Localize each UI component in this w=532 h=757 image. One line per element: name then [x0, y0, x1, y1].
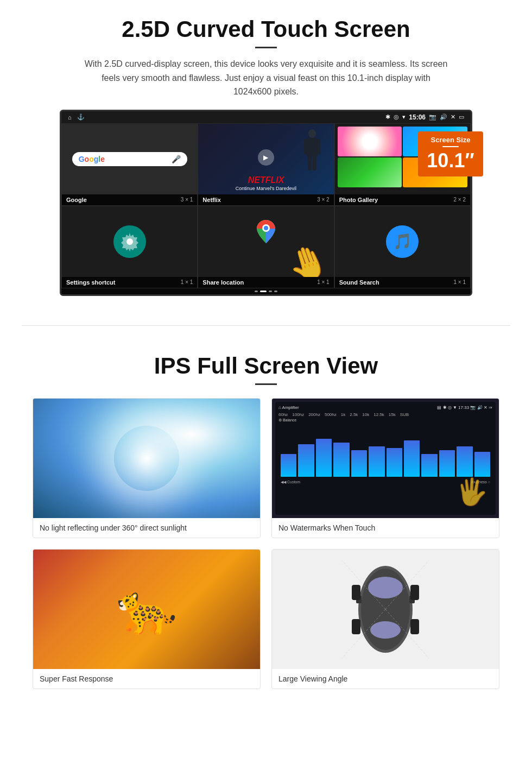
amp-labels: 60hz100hz200hz500hz1k2.5k10k12.5k15kSUB	[278, 412, 492, 417]
sunlight-image	[33, 399, 260, 518]
svg-rect-18	[352, 619, 360, 634]
volume-icon: 🔊	[440, 113, 447, 121]
status-bar: ⌂ ⚓ ✱ ◎ ▾ 15:06 📷 🔊 ✕ ▭	[61, 111, 471, 123]
usb-icon: ⚓	[77, 113, 85, 121]
cheetah-caption: Super Fast Response	[33, 669, 260, 689]
section1-title: 2.5D Curved Touch Screen	[33, 16, 499, 42]
amp-home: ⌂ Amplifier	[278, 405, 299, 410]
amp-bar-item[interactable]	[474, 452, 490, 477]
daredevil-figure	[301, 129, 323, 173]
section2-divider	[255, 383, 277, 385]
sunlight-flare	[114, 426, 179, 491]
sound-app-size: 1 × 1	[453, 279, 466, 285]
share-content: 🤚	[198, 206, 333, 277]
location-icon: ◎	[394, 113, 399, 121]
hand-pointing: 🤚	[282, 238, 334, 277]
google-label: Google 3 × 1	[62, 194, 197, 205]
app-cell-settings[interactable]: Settings shortcut 1 × 1	[61, 206, 198, 288]
status-time: 15:06	[409, 113, 426, 121]
feature-sunlight: No light reflecting under 360° direct su…	[33, 398, 261, 538]
dot-3	[269, 291, 272, 292]
amplifier-caption: No Watermarks When Touch	[272, 518, 499, 538]
feature-car: Large Viewing Angle	[271, 549, 499, 689]
share-label: Share location 1 × 1	[198, 277, 333, 288]
section2-title: IPS Full Screen View	[33, 353, 499, 379]
music-icon-circle: 🎵	[386, 225, 419, 258]
section-divider	[22, 325, 510, 326]
google-maps-icon	[252, 217, 280, 244]
close-icon: ✕	[451, 113, 455, 121]
dot-1	[255, 291, 258, 292]
car-topview-svg	[337, 555, 434, 664]
google-content: Google 🎤	[62, 124, 197, 194]
netflix-app-name: Netflix	[202, 197, 221, 203]
svg-point-12	[368, 577, 403, 598]
feature-cheetah: 🐆 Super Fast Response	[33, 549, 261, 689]
gallery-app-size: 2 × 2	[453, 197, 466, 203]
title-divider	[255, 47, 277, 48]
app-cell-sound[interactable]: 🎵 Sound Search 1 × 1	[334, 206, 471, 288]
settings-icon-circle	[113, 225, 146, 258]
gear-icon	[120, 232, 140, 251]
google-app-size: 3 × 1	[181, 197, 193, 203]
badge-size: 10.1″	[427, 149, 474, 172]
app-cell-google[interactable]: Google 🎤 Google 3 × 1	[61, 123, 198, 206]
sound-label: Sound Search 1 × 1	[335, 277, 470, 288]
bluetooth-icon: ✱	[385, 113, 390, 121]
features-grid: No light reflecting under 360° direct su…	[33, 398, 499, 689]
settings-label: Settings shortcut 1 × 1	[62, 277, 197, 288]
svg-rect-4	[308, 157, 312, 171]
amp-bar-item[interactable]	[404, 440, 420, 477]
cheetah-image: 🐆	[33, 550, 260, 669]
amp-controls: ⚙ Balance	[278, 418, 492, 422]
amp-bar-item[interactable]	[457, 446, 472, 477]
section-curved-screen: 2.5D Curved Touch Screen With 2.5D curve…	[0, 0, 532, 309]
settings-app-name: Settings shortcut	[66, 279, 115, 286]
app-grid: Google 🎤 Google 3 × 1	[61, 123, 471, 288]
svg-rect-3	[316, 139, 320, 154]
google-app-name: Google	[66, 197, 87, 203]
svg-point-13	[370, 621, 401, 639]
svg-rect-19	[410, 619, 419, 634]
netflix-logo: NETFLIX	[202, 175, 329, 185]
amp-bar-item[interactable]	[333, 443, 349, 477]
netflix-content: ▶ NETFLIX Continue Marvel's Daredevil	[198, 124, 333, 194]
svg-rect-5	[313, 157, 316, 171]
status-bar-left: ⌂ ⚓	[68, 113, 85, 121]
google-search-bar[interactable]: Google 🎤	[72, 152, 187, 166]
app-cell-netflix[interactable]: ▶ NETFLIX Continue Marvel's Daredevil Ne…	[198, 123, 334, 206]
window-icon: ▭	[459, 113, 464, 121]
amp-bar-item[interactable]	[298, 444, 314, 477]
play-button[interactable]: ▶	[258, 149, 274, 166]
share-app-name: Share location	[202, 279, 244, 286]
svg-point-0	[308, 129, 316, 138]
gallery-thumb-3	[338, 157, 402, 187]
dot-4	[274, 291, 277, 292]
status-bar-right: ✱ ◎ ▾ 15:06 📷 🔊 ✕ ▭	[385, 113, 464, 121]
sunlight-caption: No light reflecting under 360° direct su…	[33, 518, 260, 538]
amp-bar-item[interactable]	[369, 446, 384, 477]
amp-bar-item[interactable]	[421, 454, 437, 477]
mic-icon: 🎤	[172, 155, 181, 163]
device-screen: ⌂ ⚓ ✱ ◎ ▾ 15:06 📷 🔊 ✕ ▭	[60, 110, 472, 296]
badge-divider	[442, 146, 459, 147]
amp-bar-item[interactable]	[281, 454, 296, 477]
app-cell-share[interactable]: 🤚 Share location 1 × 1	[198, 206, 334, 288]
svg-rect-17	[410, 585, 419, 600]
netflix-label: Netflix 3 × 2	[198, 194, 333, 205]
settings-app-size: 1 × 1	[181, 279, 193, 285]
netflix-app-size: 3 × 2	[317, 197, 330, 203]
svg-point-9	[264, 226, 268, 230]
car-caption: Large Viewing Angle	[272, 669, 499, 689]
sound-content: 🎵	[335, 206, 470, 277]
amp-bar-item[interactable]	[387, 448, 402, 477]
camera-icon: 📷	[429, 113, 436, 121]
share-app-size: 1 × 1	[317, 279, 330, 285]
amp-time: ▤ ✱ ◎ ▼ 17:33 📷 🔊 ✕ ⇒	[437, 405, 492, 410]
amp-bar-item[interactable]	[316, 439, 332, 477]
amp-bar-item[interactable]	[351, 450, 367, 477]
amp-bar-item[interactable]	[439, 450, 455, 477]
svg-point-7	[127, 239, 132, 244]
section1-description: With 2.5D curved-display screen, this de…	[81, 57, 451, 99]
amp-header: ⌂ Amplifier ▤ ✱ ◎ ▼ 17:33 📷 🔊 ✕ ⇒	[278, 405, 492, 410]
